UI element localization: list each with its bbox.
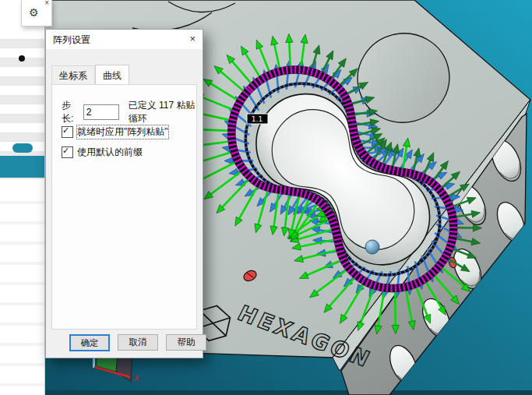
step-label: 步长: [62,99,79,125]
panel-bullet [19,55,25,62]
help-button[interactable]: 帮助 [166,334,206,351]
apply-array-paste-checkbox[interactable]: ✓ [62,126,73,138]
panel-toggle[interactable] [12,143,33,153]
panel-row-list-lower [0,184,44,395]
dialog-buttons: 确定 取消 帮助 [69,334,206,351]
array-settings-dialog: 阵列设置 × 坐标系 曲线 步长: 已定义 117 粘贴循环 ✓ 就绪时应用"阵… [45,29,203,358]
check-icon: ✓ [62,125,69,136]
dialog-title-bar[interactable]: 阵列设置 × [46,30,203,49]
probe-tip-sphere [365,240,379,254]
dialog-title: 阵列设置 [53,34,90,47]
probe-value-text: 1.1 [252,115,262,123]
cancel-button[interactable]: 取消 [118,334,158,351]
close-icon[interactable]: × [189,33,196,44]
tab-coordinate-system[interactable]: 坐标系 [51,65,95,86]
use-default-prefix-checkbox[interactable]: ✓ [62,146,73,158]
bottom-strip [44,390,532,395]
use-default-prefix-label[interactable]: 使用默认的前缀 [77,146,143,159]
step-input[interactable] [83,104,119,120]
close-icon[interactable]: × [44,0,49,7]
tab-page-curve: 步长: 已定义 117 粘贴循环 ✓ 就绪时应用"阵列粘贴" ✓ 使用默认的前缀 [51,84,197,330]
check-icon: ✓ [62,146,69,156]
panel-selected-row[interactable] [0,156,44,178]
dialog-tabs: 坐标系 曲线 [51,65,129,86]
ok-button[interactable]: 确定 [69,334,110,351]
probe-value-badge: 1.1 [247,114,268,124]
defined-cycles-text: 已定义 117 粘贴循环 [129,99,196,125]
apply-array-paste-label[interactable]: 就绪时应用"阵列粘贴" [77,125,168,139]
mini-toolbar-window: × ⚙ [21,0,52,26]
tab-curve[interactable]: 曲线 [95,65,129,85]
gear-icon[interactable]: ⚙ [29,7,39,18]
side-panel [0,0,45,395]
